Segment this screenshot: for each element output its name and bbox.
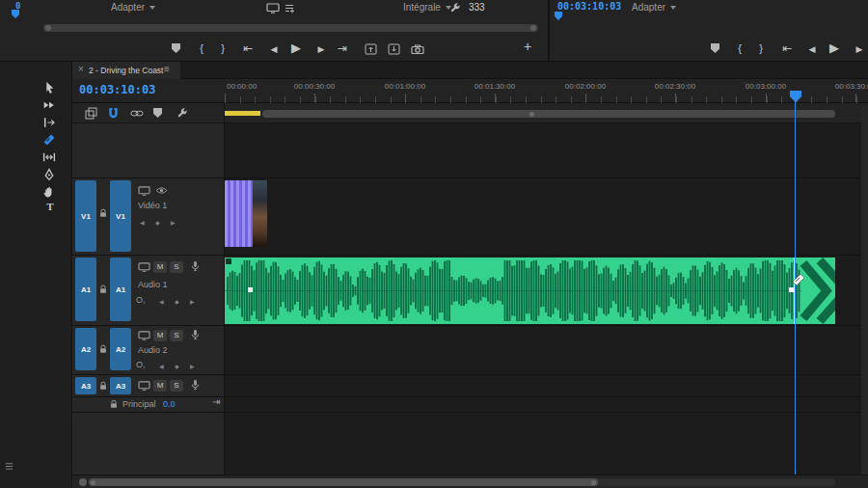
clip-thumbnail[interactable] bbox=[253, 180, 267, 247]
source-zoom-value[interactable]: 333 bbox=[469, 2, 485, 13]
handle-knob-left[interactable] bbox=[91, 480, 95, 485]
time-ruler[interactable]: 00:00:00 00:00:30:00 00:01:00:00 00:01:3… bbox=[225, 79, 868, 103]
fit-sequence-icon[interactable]: ⇥ bbox=[212, 396, 220, 407]
selection-tool[interactable] bbox=[42, 81, 58, 96]
extract-button[interactable] bbox=[388, 43, 400, 55]
program-mark-in-button[interactable]: { bbox=[734, 41, 746, 55]
lift-button[interactable] bbox=[365, 43, 377, 55]
track-mute-button[interactable]: M bbox=[153, 261, 167, 273]
video-clip[interactable] bbox=[225, 180, 253, 247]
track-lock-icon[interactable] bbox=[98, 208, 108, 218]
track-mute-button[interactable]: M bbox=[153, 330, 167, 341]
panel-options-icon[interactable] bbox=[4, 461, 14, 472]
goto-in-button[interactable]: ⇤ bbox=[241, 41, 255, 55]
mark-out-button[interactable]: } bbox=[217, 41, 229, 55]
keyframe-add-icon[interactable]: ◆ bbox=[155, 219, 160, 227]
program-timecode[interactable]: 00:03:10:03 bbox=[557, 1, 621, 12]
quality-dropdown[interactable]: Intégrale bbox=[403, 2, 451, 14]
sync-lock-icon[interactable] bbox=[138, 380, 150, 391]
track-target-v1[interactable]: V1 bbox=[110, 180, 131, 252]
source-patch-v1[interactable]: V1 bbox=[75, 180, 96, 252]
timeline-timecode[interactable]: 00:03:10:03 bbox=[79, 83, 155, 96]
automation-mode[interactable]: O, bbox=[136, 360, 146, 369]
track-solo-button[interactable]: S bbox=[170, 330, 183, 341]
source-patch-a1[interactable]: A1 bbox=[75, 258, 96, 321]
source-patch-a2[interactable]: A2 bbox=[75, 328, 96, 370]
track-target-a3[interactable]: A3 bbox=[110, 377, 131, 394]
zoom-out-knob[interactable] bbox=[79, 478, 87, 486]
sync-lock-icon[interactable] bbox=[138, 185, 150, 196]
program-step-forward-button[interactable]: ▶ bbox=[854, 44, 865, 55]
keyframe-add-icon[interactable]: ◆ bbox=[175, 298, 179, 306]
step-back-button[interactable]: ◀ bbox=[268, 44, 280, 55]
wrench-icon[interactable] bbox=[449, 2, 461, 14]
program-fit-dropdown[interactable]: Adapter bbox=[632, 2, 676, 14]
export-settings-icon[interactable] bbox=[284, 2, 295, 14]
keyframe-prev-icon[interactable]: ◀ bbox=[159, 363, 164, 370]
program-add-marker-button[interactable] bbox=[711, 43, 719, 53]
track-solo-button[interactable]: S bbox=[170, 380, 183, 392]
voiceover-record-icon[interactable] bbox=[190, 379, 201, 391]
track-mute-button[interactable]: M bbox=[153, 380, 167, 392]
display-icon[interactable] bbox=[266, 2, 280, 14]
zoom-scrollbar[interactable] bbox=[262, 110, 835, 118]
track-lock-icon[interactable] bbox=[98, 344, 108, 354]
horizontal-scrollbar[interactable] bbox=[89, 478, 835, 486]
automation-mode[interactable]: O, bbox=[136, 295, 146, 305]
scrollbar-knob-left[interactable] bbox=[45, 25, 51, 31]
track-target-a1[interactable]: A1 bbox=[110, 258, 131, 321]
program-playhead-pin[interactable] bbox=[555, 12, 562, 20]
source-mini-scrollbar[interactable] bbox=[43, 24, 538, 32]
track-target-a2[interactable]: A2 bbox=[110, 328, 131, 370]
play-button[interactable]: ▶ bbox=[289, 41, 303, 56]
source-fit-dropdown[interactable]: Adapter bbox=[111, 2, 155, 14]
timeline-settings-icon[interactable] bbox=[176, 107, 188, 119]
source-playhead-pin[interactable] bbox=[12, 10, 19, 18]
program-step-back-button[interactable]: ◀ bbox=[806, 44, 818, 55]
voiceover-record-icon[interactable] bbox=[190, 329, 201, 340]
goto-out-button[interactable]: ⇥ bbox=[336, 41, 349, 55]
ripple-edit-tool[interactable] bbox=[42, 116, 58, 131]
track-output-eye-icon[interactable] bbox=[155, 185, 168, 196]
audio-clip[interactable] bbox=[225, 258, 835, 324]
keyframe-add-icon[interactable]: ◆ bbox=[175, 363, 179, 370]
add-marker-icon[interactable] bbox=[153, 108, 162, 118]
keyframe-next-icon[interactable]: ▶ bbox=[190, 298, 195, 306]
razor-tool[interactable] bbox=[42, 133, 58, 149]
vertical-scrollbar[interactable] bbox=[861, 103, 868, 474]
tab-close-icon[interactable]: × bbox=[78, 64, 84, 74]
pen-tool[interactable] bbox=[42, 168, 58, 183]
linked-selection-icon[interactable] bbox=[130, 108, 144, 119]
nest-toggle-icon[interactable] bbox=[85, 107, 97, 120]
scrollbar-knob-right[interactable] bbox=[530, 25, 536, 31]
program-goto-in-button[interactable]: ⇤ bbox=[780, 41, 794, 55]
track-lock-icon[interactable] bbox=[98, 381, 108, 391]
track-select-forward-tool[interactable] bbox=[42, 98, 58, 114]
edit-point-handle[interactable] bbox=[248, 287, 253, 292]
track-lock-icon[interactable] bbox=[98, 285, 108, 294]
zoom-scrollbar-knob[interactable] bbox=[529, 112, 534, 117]
master-level-value[interactable]: 0.0 bbox=[163, 399, 176, 409]
track-lock-icon[interactable] bbox=[109, 399, 119, 409]
panel-menu-icon[interactable]: ≡ bbox=[164, 64, 170, 74]
slip-tool[interactable] bbox=[42, 150, 58, 166]
source-patch-a3[interactable]: A3 bbox=[75, 377, 96, 394]
add-marker-button[interactable] bbox=[172, 43, 180, 53]
program-play-button[interactable]: ▶ bbox=[827, 41, 841, 56]
voiceover-record-icon[interactable] bbox=[190, 260, 201, 272]
step-forward-button[interactable]: ▶ bbox=[315, 44, 327, 55]
keyframe-next-icon[interactable]: ▶ bbox=[171, 219, 176, 227]
track-solo-button[interactable]: S bbox=[170, 261, 183, 273]
keyframe-next-icon[interactable]: ▶ bbox=[190, 363, 195, 370]
mark-in-button[interactable]: { bbox=[196, 41, 207, 55]
hand-tool[interactable] bbox=[42, 185, 58, 201]
sync-lock-icon[interactable] bbox=[138, 261, 150, 272]
snap-toggle-icon[interactable] bbox=[107, 107, 120, 120]
type-tool[interactable]: T bbox=[42, 201, 58, 216]
scrollbar-handle[interactable] bbox=[89, 478, 598, 486]
program-mark-out-button[interactable]: } bbox=[755, 41, 767, 55]
keyframe-prev-icon[interactable]: ◀ bbox=[140, 219, 145, 227]
keyframe-prev-icon[interactable]: ◀ bbox=[159, 298, 164, 306]
add-button[interactable]: + bbox=[521, 40, 534, 53]
handle-knob-right[interactable] bbox=[591, 480, 596, 485]
